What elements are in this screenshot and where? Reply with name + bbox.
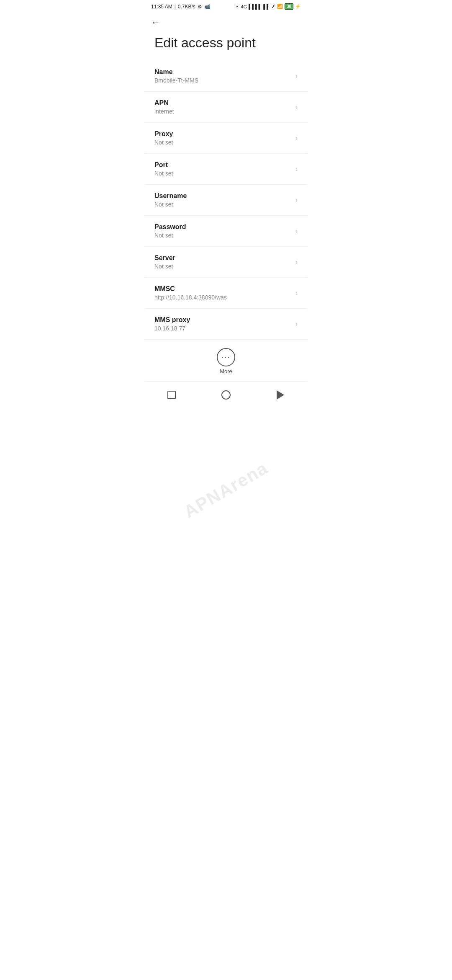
item-content-8: MMS proxy 10.16.18.77: [154, 316, 292, 332]
recents-icon: [167, 391, 176, 399]
item-label-6: Server: [154, 254, 292, 262]
chevron-right-icon-1: ›: [295, 103, 298, 111]
item-value-3: Not set: [154, 170, 292, 177]
recents-button[interactable]: [163, 387, 180, 403]
back-triangle-icon: [277, 390, 284, 400]
settings-icon: ⚙: [198, 4, 202, 10]
status-right: ∗ 4G ▌▌▌▌ ▌▌ ✗ 📶 38 ⚡: [235, 3, 301, 10]
network-speed: 0.7KB/s: [178, 4, 195, 10]
item-content-1: APN internet: [154, 99, 292, 115]
settings-list: Name Bmobile-Tt-MMS › APN internet › Pro…: [144, 61, 308, 340]
item-value-4: Not set: [154, 201, 292, 208]
item-label-8: MMS proxy: [154, 316, 292, 324]
item-label-0: Name: [154, 68, 292, 76]
chevron-right-icon-0: ›: [295, 72, 298, 80]
item-content-0: Name Bmobile-Tt-MMS: [154, 68, 292, 84]
item-value-1: internet: [154, 108, 292, 115]
more-label: More: [220, 368, 232, 374]
settings-item-name[interactable]: Name Bmobile-Tt-MMS ›: [144, 61, 308, 92]
time-display: 11:35 AM: [151, 4, 172, 10]
settings-item-username[interactable]: Username Not set ›: [144, 185, 308, 216]
item-content-6: Server Not set: [154, 254, 292, 270]
signal-bars-2: ▌▌: [263, 4, 270, 9]
back-arrow-icon: ←: [151, 17, 160, 28]
settings-item-apn[interactable]: APN internet ›: [144, 92, 308, 123]
item-content-7: MMSC http://10.16.18.4:38090/was: [154, 285, 292, 301]
more-section: ··· More: [144, 340, 308, 381]
more-button[interactable]: ···: [217, 348, 235, 366]
signal-icon: 4G: [241, 4, 247, 9]
chevron-right-icon-7: ›: [295, 289, 298, 297]
home-button[interactable]: [218, 387, 234, 403]
bluetooth-icon: ∗: [235, 4, 239, 9]
status-left: 11:35 AM | 0.7KB/s ⚙ 📹: [151, 4, 211, 10]
charging-icon: ⚡: [295, 4, 301, 9]
settings-item-password[interactable]: Password Not set ›: [144, 216, 308, 247]
item-content-3: Port Not set: [154, 161, 292, 177]
settings-item-server[interactable]: Server Not set ›: [144, 247, 308, 278]
item-label-2: Proxy: [154, 130, 292, 138]
back-nav-button[interactable]: [272, 387, 289, 403]
item-content-5: Password Not set: [154, 223, 292, 239]
item-label-1: APN: [154, 99, 292, 107]
item-content-4: Username Not set: [154, 192, 292, 208]
settings-item-mms-proxy[interactable]: MMS proxy 10.16.18.77 ›: [144, 309, 308, 340]
item-label-3: Port: [154, 161, 292, 169]
settings-item-proxy[interactable]: Proxy Not set ›: [144, 123, 308, 154]
item-value-7: http://10.16.18.4:38090/was: [154, 294, 292, 301]
chevron-right-icon-2: ›: [295, 134, 298, 142]
chevron-right-icon-3: ›: [295, 165, 298, 173]
chevron-right-icon-5: ›: [295, 227, 298, 235]
item-content-2: Proxy Not set: [154, 130, 292, 146]
chevron-right-icon-8: ›: [295, 320, 298, 328]
status-bar: 11:35 AM | 0.7KB/s ⚙ 📹 ∗ 4G ▌▌▌▌ ▌▌ ✗ 📶 …: [144, 0, 308, 12]
chevron-right-icon-6: ›: [295, 258, 298, 266]
wifi-icon: 📶: [277, 4, 283, 9]
signal-bars: ▌▌▌▌: [249, 4, 262, 9]
home-icon: [221, 390, 231, 400]
item-value-5: Not set: [154, 232, 292, 239]
item-value-2: Not set: [154, 139, 292, 146]
item-value-8: 10.16.18.77: [154, 325, 292, 332]
wifi-cross: ✗: [272, 4, 275, 9]
item-value-0: Bmobile-Tt-MMS: [154, 77, 292, 84]
battery-indicator: 38: [285, 3, 293, 10]
page-title: Edit access point: [144, 31, 308, 61]
camera-icon: 📹: [204, 4, 211, 10]
item-label-7: MMSC: [154, 285, 292, 293]
more-dots-icon: ···: [221, 353, 230, 361]
speed-display: |: [175, 4, 176, 10]
item-value-6: Not set: [154, 263, 292, 270]
settings-item-mmsc[interactable]: MMSC http://10.16.18.4:38090/was ›: [144, 278, 308, 309]
settings-item-port[interactable]: Port Not set ›: [144, 154, 308, 185]
item-label-4: Username: [154, 192, 292, 200]
item-label-5: Password: [154, 223, 292, 231]
navigation-bar: [144, 381, 308, 412]
chevron-right-icon-4: ›: [295, 196, 298, 204]
back-button[interactable]: ←: [144, 12, 308, 31]
